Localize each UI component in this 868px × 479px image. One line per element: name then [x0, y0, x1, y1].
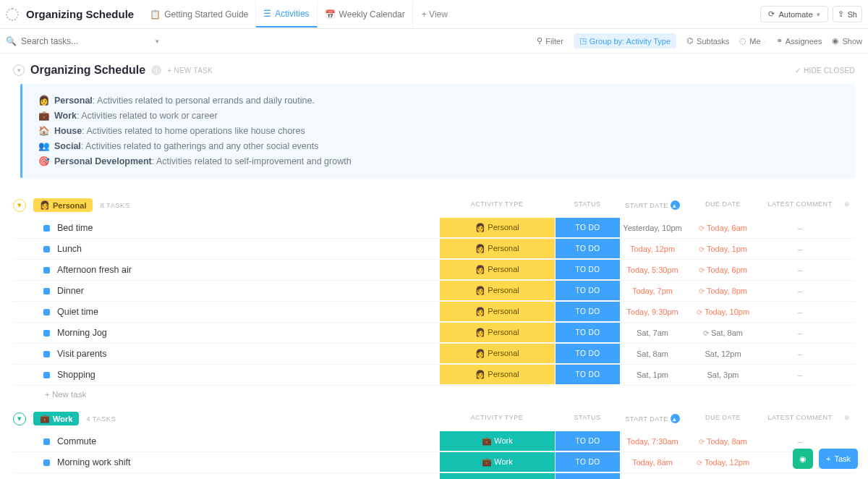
task-row[interactable]: Bed time 👩 Personal TO DO Yesterday, 10p…	[13, 218, 855, 239]
search-input[interactable]	[21, 36, 151, 46]
task-name[interactable]: Shopping	[57, 370, 95, 380]
add-column-button[interactable]: ⊕	[839, 200, 855, 210]
due-date-cell[interactable]: ⟳Today, 6am	[685, 218, 761, 238]
collapse-list-icon[interactable]: ▾	[13, 64, 25, 76]
collapse-group-button[interactable]: ▾	[13, 412, 26, 425]
group-by-button[interactable]: ◳Group by: Activity Type	[574, 33, 676, 48]
group-pill[interactable]: 💼Work	[33, 412, 79, 425]
task-row[interactable]: Lunch 👩 Personal TO DO Today, 12pm ⟳Toda…	[13, 239, 855, 260]
status-cell[interactable]: TO DO	[555, 302, 620, 322]
col-latest-comment[interactable]: LATEST COMMENT	[761, 200, 839, 210]
task-name[interactable]: Morning Jog	[57, 328, 107, 338]
activity-type-cell[interactable]: 👩 Personal	[439, 323, 555, 343]
start-date-cell[interactable]: Today, 8am	[620, 452, 685, 472]
comment-cell[interactable]: –	[761, 323, 839, 343]
status-square-icon[interactable]	[43, 372, 50, 378]
task-name[interactable]: Afternoon fresh air	[57, 265, 132, 275]
start-date-cell[interactable]: Today, 7pm	[620, 281, 685, 301]
activity-type-cell[interactable]: 👩 Personal	[439, 281, 555, 301]
task-row[interactable]: Dinner 👩 Personal TO DO Today, 7pm ⟳Toda…	[13, 281, 855, 302]
subtasks-button[interactable]: ⌬Subtasks	[686, 36, 729, 46]
status-square-icon[interactable]	[43, 330, 50, 336]
status-cell[interactable]: TO DO	[555, 473, 620, 479]
col-latest-comment[interactable]: LATEST COMMENT	[761, 414, 839, 423]
status-cell[interactable]: TO DO	[555, 260, 620, 280]
due-date-cell[interactable]: ⟳Sat, 8am	[685, 323, 761, 343]
start-date-cell[interactable]: Yesterday, 10pm	[620, 218, 685, 238]
start-date-cell[interactable]: Sat, 8am	[620, 344, 685, 364]
activity-type-cell[interactable]: 👩 Personal	[439, 260, 555, 280]
status-square-icon[interactable]	[43, 309, 50, 315]
share-button[interactable]: ⇪ Sh	[833, 6, 862, 22]
task-row[interactable]: Quiet time 👩 Personal TO DO Today, 9:30p…	[13, 302, 855, 323]
status-cell[interactable]: TO DO	[555, 281, 620, 301]
new-task-button[interactable]: + NEW TASK	[167, 67, 213, 75]
task-name[interactable]: Lunch	[57, 244, 82, 254]
task-row[interactable]: Commute 💼 Work TO DO Today, 7:30am ⟳Toda…	[13, 431, 855, 452]
col-status[interactable]: STATUS	[555, 414, 620, 423]
task-name[interactable]: Bed time	[57, 223, 93, 233]
start-date-cell[interactable]: Sat, 1pm	[620, 365, 685, 385]
due-date-cell[interactable]: ⟳Today, 10pm	[685, 302, 761, 322]
activity-type-cell[interactable]: 💼 Work	[439, 431, 555, 452]
comment-cell[interactable]: –	[761, 365, 839, 385]
activity-type-cell[interactable]: 👩 Personal	[439, 218, 555, 238]
task-name[interactable]: Commute	[57, 436, 96, 446]
task-row[interactable]: Afternoon work shift 💼 Work TO DO Today,…	[13, 473, 855, 479]
comment-cell[interactable]: –	[761, 239, 839, 259]
status-cell[interactable]: TO DO	[555, 365, 620, 385]
status-cell[interactable]: TO DO	[555, 323, 620, 343]
filter-button[interactable]: ⚲Filter	[537, 36, 563, 46]
comment-cell[interactable]: –	[761, 302, 839, 322]
add-view-button[interactable]: + View	[414, 9, 455, 20]
new-task-row[interactable]: + New task	[13, 386, 855, 399]
task-row[interactable]: Morning work shift 💼 Work TO DO Today, 8…	[13, 452, 855, 473]
comment-cell[interactable]: –	[761, 260, 839, 280]
group-pill[interactable]: 👩Personal	[33, 198, 93, 212]
due-date-cell[interactable]: ⟳Today, 8pm	[685, 281, 761, 301]
task-row[interactable]: Shopping 👩 Personal TO DO Sat, 1pm Sat, …	[13, 365, 855, 386]
view-tab-activities[interactable]: ☰Activities	[256, 1, 317, 27]
due-date-cell[interactable]: Sat, 3pm	[685, 365, 761, 385]
comment-cell[interactable]: –	[761, 473, 839, 479]
start-date-cell[interactable]: Today, 1pm	[620, 473, 685, 479]
automate-button[interactable]: ⟳ Automate ▾	[760, 6, 827, 22]
activity-type-cell[interactable]: 👩 Personal	[439, 239, 555, 259]
due-date-cell[interactable]: ⟳Today, 1pm	[685, 239, 761, 259]
due-date-cell[interactable]: Sat, 12pm	[685, 344, 761, 364]
assignees-button[interactable]: ⚭Assignees	[776, 36, 822, 46]
activity-type-cell[interactable]: 👩 Personal	[439, 302, 555, 322]
col-start-date[interactable]: START DATE▴	[620, 200, 685, 210]
col-activity-type[interactable]: ACTIVITY TYPE	[439, 414, 555, 423]
status-square-icon[interactable]	[43, 225, 50, 232]
activity-type-cell[interactable]: 💼 Work	[439, 452, 555, 472]
task-name[interactable]: Visit parents	[57, 349, 107, 359]
task-name[interactable]: Dinner	[57, 286, 84, 296]
task-row[interactable]: Visit parents 👩 Personal TO DO Sat, 8am …	[13, 344, 855, 365]
start-date-cell[interactable]: Today, 7:30am	[620, 431, 685, 452]
col-status[interactable]: STATUS	[555, 200, 620, 210]
status-cell[interactable]: TO DO	[555, 239, 620, 259]
status-square-icon[interactable]	[43, 288, 50, 294]
status-cell[interactable]: TO DO	[555, 452, 620, 472]
col-due-date[interactable]: DUE DATE	[685, 200, 761, 210]
activity-type-cell[interactable]: 👩 Personal	[439, 344, 555, 364]
view-tab-getting-started-guide[interactable]: 📋Getting Started Guide	[142, 1, 256, 27]
show-button[interactable]: ◉Show	[832, 36, 862, 46]
task-name[interactable]: Quiet time	[57, 307, 98, 317]
status-square-icon[interactable]	[43, 438, 50, 445]
activity-type-cell[interactable]: 👩 Personal	[439, 365, 555, 385]
start-date-cell[interactable]: Today, 12pm	[620, 239, 685, 259]
start-date-cell[interactable]: Today, 9:30pm	[620, 302, 685, 322]
me-button[interactable]: ◌Me ·	[739, 36, 765, 46]
comment-cell[interactable]: –	[761, 344, 839, 364]
comment-cell[interactable]: –	[761, 281, 839, 301]
col-activity-type[interactable]: ACTIVITY TYPE	[439, 200, 555, 210]
task-row[interactable]: Afternoon fresh air 👩 Personal TO DO Tod…	[13, 260, 855, 281]
status-cell[interactable]: TO DO	[555, 344, 620, 364]
status-cell[interactable]: TO DO	[555, 431, 620, 452]
status-cell[interactable]: TO DO	[555, 218, 620, 238]
status-square-icon[interactable]	[43, 267, 50, 274]
record-fab[interactable]: ◉	[793, 449, 813, 469]
activity-type-cell[interactable]: 💼 Work	[439, 473, 555, 479]
